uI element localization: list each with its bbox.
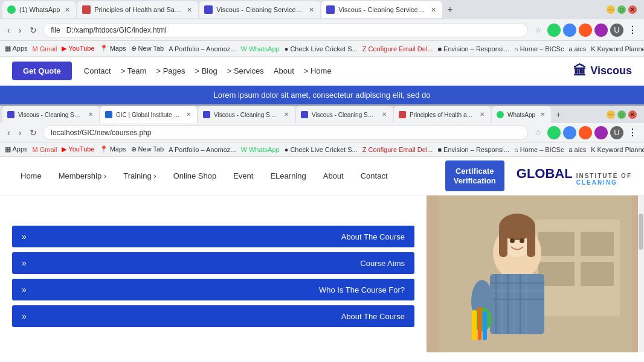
get-quote-button[interactable]: Get Quote <box>12 62 72 80</box>
tab2-close-whatsapp[interactable]: ✕ <box>539 110 546 119</box>
star-icon-2[interactable]: ☆ <box>532 126 545 139</box>
menu-icon-2[interactable]: ⋮ <box>626 126 639 139</box>
gic-nav-home[interactable]: Home <box>12 168 50 184</box>
bm2-home-bics[interactable]: ⌂ Home – BICSc <box>514 146 564 153</box>
scrollbar[interactable] <box>638 195 644 352</box>
gic-nav-event[interactable]: Event <box>225 168 262 184</box>
whatsapp-toolbar-icon[interactable] <box>547 24 561 37</box>
accordion-item-1[interactable]: » About The Course <box>12 226 414 247</box>
tab2-viscous2[interactable]: Viscous - Cleaning Services HT... ✕ <box>198 106 295 123</box>
nav-blog[interactable]: > Blog <box>195 66 217 75</box>
profile-icon-1[interactable]: U <box>610 24 623 37</box>
tab-principles[interactable]: Principles of Health and Safety C... ✕ <box>77 1 198 18</box>
extra-toolbar-icon2[interactable] <box>594 24 608 37</box>
back-button-1[interactable]: ‹ <box>5 24 13 36</box>
extra-toolbar-icon1[interactable] <box>579 24 592 37</box>
bookmark-home-bics[interactable]: ⌂ Home – BICSc <box>514 45 564 52</box>
tab-viscous2[interactable]: Viscous - Cleaning Services HTM... ✕ <box>321 1 442 18</box>
new-tab-button-2[interactable]: + <box>552 109 564 121</box>
gic-nav-contact[interactable]: Contact <box>352 168 396 184</box>
bookmark-portfolio[interactable]: A Portfolio – Anomoz... <box>169 45 236 52</box>
new-tab-button-1[interactable]: + <box>443 3 456 16</box>
bookmark-apps[interactable]: ▦ Apps <box>5 45 28 52</box>
bookmark-aics[interactable]: a aics <box>568 45 586 52</box>
tab2-close-principles[interactable]: ✕ <box>478 110 486 119</box>
accordion-item-2[interactable]: » Course Aims <box>12 252 414 274</box>
accordion-item-4[interactable]: » About The Course <box>12 305 414 327</box>
address-input-2[interactable] <box>43 125 528 140</box>
address-input-1[interactable] <box>43 23 528 37</box>
tab-close-viscous1[interactable]: ✕ <box>308 5 315 14</box>
menu-icon-1[interactable]: ⋮ <box>626 24 639 37</box>
bm2-newtab[interactable]: ⊕ New Tab <box>131 145 164 153</box>
tab-close-viscous2[interactable]: ✕ <box>430 5 437 14</box>
star-icon-1[interactable]: ☆ <box>532 24 545 37</box>
google-toolbar-icon[interactable] <box>563 24 576 37</box>
bm2-aics[interactable]: a aics <box>568 146 586 153</box>
bm2-z[interactable]: Z Configure Email Del... <box>362 146 433 153</box>
bm2-youtube[interactable]: ▶ YouTube <box>62 145 94 153</box>
tab2-viscous1[interactable]: Viscous - Cleaning Services HT... ✕ <box>2 106 99 123</box>
forward-button-2[interactable]: › <box>16 127 24 139</box>
close-button-2[interactable]: ✕ <box>628 110 637 119</box>
tab2-close-gic[interactable]: ✕ <box>185 110 192 119</box>
accordion-item-3[interactable]: » Who Is The Course For? <box>12 279 414 300</box>
tab2-close-viscous3[interactable]: ✕ <box>381 110 388 119</box>
bm2-portfolio[interactable]: A Portfolio – Anomoz... <box>169 146 236 153</box>
close-button-1[interactable]: ✕ <box>628 5 637 14</box>
back-button-2[interactable]: ‹ <box>5 127 13 139</box>
bookmark-newtab[interactable]: ⊕ New Tab <box>131 45 164 52</box>
gic-nav-elearning[interactable]: ELearning <box>262 168 314 184</box>
nav-home[interactable]: > Home <box>304 66 332 75</box>
nav-pages[interactable]: > Pages <box>156 66 185 75</box>
bm2-gmail[interactable]: M Gmail <box>33 146 57 153</box>
gic-hero-image <box>427 195 644 352</box>
bm2-envision[interactable]: ■ Envision – Responsi... <box>437 146 509 153</box>
tab-close-whatsapp[interactable]: ✕ <box>63 5 71 14</box>
bm2-keyword[interactable]: K Keyword Planner –... <box>591 146 644 153</box>
tab2-gic[interactable]: GIC | Global Institute of Clean... ✕ <box>100 106 197 123</box>
nav-team[interactable]: > Team <box>121 66 147 75</box>
gic-nav-about[interactable]: About <box>315 168 352 184</box>
gic-nav-training[interactable]: Training › <box>115 168 164 184</box>
google-toolbar-icon2[interactable] <box>563 126 576 139</box>
bookmark-youtube[interactable]: ▶ YouTube <box>62 45 94 52</box>
nav-services[interactable]: > Services <box>227 66 264 75</box>
tab2-viscous3[interactable]: Viscous - Cleaning Services HT... ✕ <box>296 106 393 123</box>
bm2-maps[interactable]: 📍 Maps <box>100 145 126 153</box>
bookmark-gmail[interactable]: M Gmail <box>33 45 57 52</box>
bookmark-envision[interactable]: ■ Envision – Responsi... <box>437 45 509 52</box>
bookmark-maps[interactable]: 📍 Maps <box>100 45 126 52</box>
tab2-whatsapp[interactable]: WhatsApp ✕ <box>492 106 551 123</box>
tab2-close-viscous1[interactable]: ✕ <box>87 110 94 119</box>
tab-viscous1[interactable]: Viscous - Cleaning Services HTM... ✕ <box>199 1 320 18</box>
bookmark-keyword[interactable]: K Keyword Planner –... <box>591 45 644 52</box>
gic-nav-membership[interactable]: Membership › <box>50 168 115 184</box>
tab-whatsapp[interactable]: (1) WhatsApp ✕ <box>2 1 76 18</box>
gic-nav-onlineshop[interactable]: Online Shop <box>165 168 225 184</box>
bm2-apps[interactable]: ▦ Apps <box>5 145 28 153</box>
maximize-button-2[interactable]: □ <box>617 110 626 119</box>
tab2-close-viscous2[interactable]: ✕ <box>283 110 290 119</box>
bookmark-whatsapp[interactable]: W WhatsApp <box>241 45 280 52</box>
bm2-cricket[interactable]: ● Check Live Cricket S... <box>285 146 358 153</box>
minimize-button-2[interactable]: — <box>607 110 615 119</box>
forward-button-1[interactable]: › <box>16 24 24 36</box>
reload-button-2[interactable]: ↻ <box>27 127 39 139</box>
bookmark-cricket[interactable]: ● Check Live Cricket S... <box>285 45 358 52</box>
reload-button-1[interactable]: ↻ <box>27 24 39 36</box>
cert-verification-button[interactable]: Certificate Verification <box>445 160 504 191</box>
nav-about[interactable]: About <box>274 66 294 75</box>
minimize-button-1[interactable]: — <box>607 5 615 14</box>
extra-toolbar-icon4[interactable] <box>594 126 608 139</box>
bookmark-z[interactable]: Z Configure Email Del... <box>362 45 433 52</box>
profile-icon-2[interactable]: U <box>610 126 623 139</box>
tab2-principles[interactable]: Principles of Health and Safety... ✕ <box>394 106 491 123</box>
extra-toolbar-icon3[interactable] <box>579 126 592 139</box>
nav-contact[interactable]: Contact <box>84 66 111 75</box>
whatsapp-toolbar-icon2[interactable] <box>547 126 561 139</box>
bm2-whatsapp[interactable]: W WhatsApp <box>241 146 280 153</box>
maximize-button-1[interactable]: □ <box>617 5 626 14</box>
tab-close-principles[interactable]: ✕ <box>185 5 193 14</box>
window-controls-2: — □ ✕ <box>607 110 642 119</box>
